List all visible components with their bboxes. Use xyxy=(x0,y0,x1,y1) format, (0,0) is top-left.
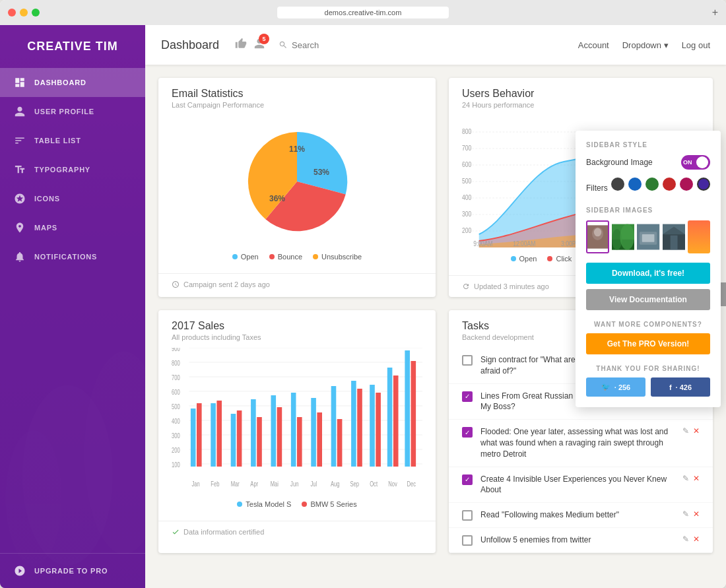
refresh-icon xyxy=(462,282,470,290)
twitter-button[interactable]: 🐦 · 256 xyxy=(586,377,645,397)
svg-text:600: 600 xyxy=(172,389,180,396)
task-text-5: Unfollow 5 enemies from twitter xyxy=(480,535,675,546)
filter-dot-blue[interactable] xyxy=(628,178,642,191)
svg-text:Jul: Jul xyxy=(311,480,317,488)
task-delete-2[interactable]: ✕ xyxy=(693,426,700,436)
sidebar-img-4[interactable] xyxy=(663,220,685,253)
legend-click: Click xyxy=(547,255,572,263)
dropdown-link[interactable]: Dropdown ▾ xyxy=(622,40,669,50)
email-footer-text: Campaign sent 2 days ago xyxy=(183,280,270,288)
docs-button[interactable]: View Documentation xyxy=(586,289,710,310)
facebook-button[interactable]: f · 426 xyxy=(651,377,710,397)
legend-dot-unsubscribe xyxy=(313,254,318,259)
panel-section-title-4: THANK YOU FOR SHARING! xyxy=(586,365,710,372)
task-delete-5[interactable]: ✕ xyxy=(693,535,700,544)
upgrade-button[interactable]: UPGRADE TO PRO xyxy=(0,553,145,588)
minimize-button[interactable] xyxy=(20,9,28,16)
svg-point-83 xyxy=(594,228,601,237)
close-button[interactable] xyxy=(8,9,16,16)
sidebar-content: CREATIVE TIM DASHBOARD xyxy=(0,25,145,588)
filter-dot-red[interactable] xyxy=(663,178,676,191)
email-card-footer: Campaign sent 2 days ago xyxy=(158,273,436,295)
page-title: Dashboard xyxy=(161,38,219,52)
task-checkbox-4[interactable] xyxy=(462,510,473,521)
filter-dot-green[interactable] xyxy=(645,178,659,191)
svg-text:36%: 36% xyxy=(269,194,285,203)
pro-version-button[interactable]: Get The PRO Version! xyxy=(586,333,710,354)
bell-icon xyxy=(13,250,26,263)
social-buttons-row: 🐦 · 256 f · 426 xyxy=(586,377,710,397)
notification-person-button[interactable]: 5 xyxy=(253,38,265,52)
sidebar-item-user-profile[interactable]: USER PROFILE xyxy=(0,97,145,126)
sales-card-title: 2017 Sales xyxy=(172,320,422,332)
sidebar-img-1[interactable] xyxy=(586,220,609,253)
filter-dot-pink[interactable] xyxy=(680,178,693,191)
sales-card-body: 900 800 700 600 500 400 300 200 100 xyxy=(158,341,436,521)
legend-tesla: Tesla Model S xyxy=(237,500,291,508)
svg-text:Mar: Mar xyxy=(231,480,240,488)
sidebar-img-3[interactable] xyxy=(637,220,659,253)
task-checkbox-1[interactable] xyxy=(462,391,473,402)
fullscreen-button[interactable] xyxy=(32,9,40,16)
sidebar-label-notifications: NOTIFICATIONS xyxy=(34,253,97,261)
filter-dot-dark[interactable] xyxy=(611,178,624,191)
svg-rect-68 xyxy=(411,361,416,467)
url-bar[interactable]: demos.creative-tim.com xyxy=(277,7,449,18)
download-button[interactable]: Download, it's free! xyxy=(586,263,710,284)
bg-image-toggle[interactable]: ON xyxy=(681,155,710,170)
task-delete-4[interactable]: ✕ xyxy=(693,509,700,519)
account-link[interactable]: Account xyxy=(578,40,609,50)
check-icon xyxy=(172,528,180,536)
clock-icon xyxy=(172,280,180,288)
svg-text:500: 500 xyxy=(462,178,471,185)
sidebar-label-maps: MAPS xyxy=(34,224,57,232)
svg-rect-90 xyxy=(642,234,655,242)
search-bar[interactable] xyxy=(279,40,358,50)
sidebar-item-table-list[interactable]: TABLE LIST xyxy=(0,126,145,155)
svg-text:400: 400 xyxy=(462,194,471,201)
task-item-2: Flooded: One year later, assessing what … xyxy=(449,420,713,467)
svg-rect-57 xyxy=(311,398,316,467)
sidebar-item-notifications[interactable]: NOTIFICATIONS xyxy=(0,242,145,271)
sales-legend: Tesla Model S BMW 5 Series xyxy=(172,495,422,511)
svg-text:53%: 53% xyxy=(314,168,329,177)
notification-badge: 5 xyxy=(259,34,269,44)
task-checkbox-5[interactable] xyxy=(462,535,473,546)
logout-link[interactable]: Log out xyxy=(682,40,710,50)
legend-label-open: Open xyxy=(241,253,259,261)
svg-rect-46 xyxy=(197,403,202,467)
notification-thumbs-button[interactable] xyxy=(235,38,247,52)
filter-dot-purple[interactable] xyxy=(697,178,710,191)
new-tab-button[interactable]: + xyxy=(712,7,718,18)
task-edit-4[interactable]: ✎ xyxy=(682,509,689,519)
sales-card: 2017 Sales All products including Taxes xyxy=(158,310,436,553)
sidebar-item-icons[interactable]: ICONS xyxy=(0,184,145,213)
sidebar-img-5[interactable] xyxy=(688,220,710,253)
sidebar-item-typography[interactable]: TYPOGRAPHY xyxy=(0,155,145,184)
task-delete-3[interactable]: ✕ xyxy=(693,474,700,483)
filters-row xyxy=(611,178,710,191)
svg-text:900: 900 xyxy=(172,348,180,352)
sidebar-item-maps[interactable]: MAPS xyxy=(0,213,145,242)
svg-rect-47 xyxy=(211,403,216,467)
twitter-icon: 🐦 xyxy=(601,383,610,391)
svg-text:500: 500 xyxy=(172,403,180,410)
task-edit-5[interactable]: ✎ xyxy=(682,535,689,544)
task-edit-2[interactable]: ✎ xyxy=(682,426,689,436)
task-checkbox-3[interactable] xyxy=(462,474,473,485)
sidebar-item-dashboard[interactable]: DASHBOARD xyxy=(0,68,145,97)
task-edit-3[interactable]: ✎ xyxy=(682,474,689,483)
legend-label-click: Click xyxy=(556,255,572,263)
svg-text:300: 300 xyxy=(462,211,471,218)
task-checkbox-2[interactable] xyxy=(462,427,473,438)
svg-rect-60 xyxy=(337,419,343,467)
task-checkbox-0[interactable] xyxy=(462,355,473,366)
sidebar-label-dashboard: DASHBOARD xyxy=(34,79,86,86)
sidebar-img-2[interactable] xyxy=(612,220,634,253)
legend-open: Open xyxy=(232,253,259,261)
legend-users-open: Open xyxy=(511,255,537,263)
search-input[interactable] xyxy=(292,40,358,50)
star-icon xyxy=(13,192,26,205)
sidebar-label-icons: ICONS xyxy=(34,195,60,203)
svg-rect-45 xyxy=(191,408,196,467)
